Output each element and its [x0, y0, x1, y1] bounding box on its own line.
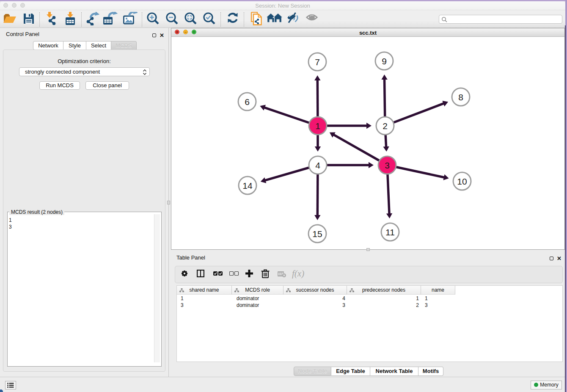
svg-text:10: 10: [457, 177, 467, 186]
svg-text:14: 14: [242, 181, 253, 190]
svg-text:11: 11: [385, 227, 395, 237]
svg-text:4: 4: [315, 160, 320, 170]
svg-text:6: 6: [245, 97, 250, 107]
svg-text:1: 1: [315, 121, 320, 131]
svg-text:2: 2: [383, 121, 388, 131]
svg-text:7: 7: [315, 57, 320, 67]
svg-text:9: 9: [382, 56, 387, 66]
svg-text:15: 15: [312, 229, 322, 239]
svg-text:8: 8: [458, 92, 463, 102]
svg-text:3: 3: [385, 160, 390, 170]
